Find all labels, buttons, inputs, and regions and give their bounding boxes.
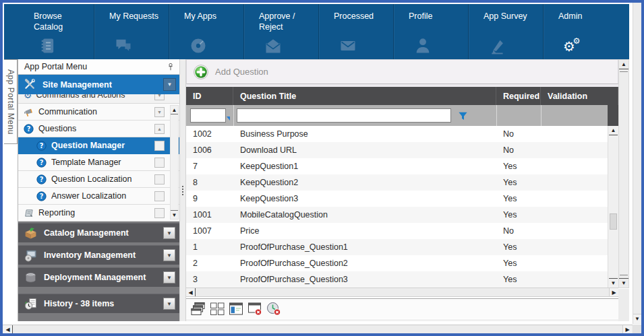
sidebar-item-question-localization[interactable]: Question Localization: [18, 171, 179, 188]
group-expand-button[interactable]: ▼: [163, 249, 175, 261]
close-window-icon[interactable]: [246, 301, 264, 317]
nav-item-admin[interactable]: Admin: [543, 4, 618, 59]
sidebar-group-catalog-management[interactable]: Catalog Management ▼: [18, 223, 179, 242]
app-portal-window: Browse Catalog My Requests My Apps Appro…: [0, 0, 644, 336]
group-expand-button[interactable]: ▼: [163, 298, 175, 310]
sidebar-item-communication[interactable]: Communication ▼: [18, 104, 179, 121]
tree-item-expander-button[interactable]: [154, 208, 165, 218]
page-scroll-down-button[interactable]: ▼: [633, 314, 641, 323]
column-header-required[interactable]: Required: [496, 87, 541, 105]
nav-item-profile[interactable]: Profile: [393, 4, 468, 59]
tree-scrollbar[interactable]: ▲ ▼: [170, 105, 179, 220]
nav-item-processed[interactable]: Processed: [318, 4, 393, 59]
cell-required: Yes: [496, 207, 541, 223]
title-filter-input[interactable]: [237, 108, 451, 123]
grid-row[interactable]: 1 ProofOfPurchase_Question1 Yes: [186, 239, 608, 255]
grid-row[interactable]: 7 KeepQuestion1 Yes: [186, 158, 608, 174]
nav-item-my-requests[interactable]: My Requests: [94, 4, 169, 59]
page-scroll-left-button[interactable]: ◀: [3, 325, 13, 333]
pin-icon[interactable]: [166, 62, 175, 71]
sidebar-group-deployment-management[interactable]: Deployment Management ▼: [18, 267, 179, 287]
content-scroll-up-button[interactable]: ▲: [619, 60, 628, 69]
column-header-title[interactable]: Question Title: [233, 87, 496, 105]
tree-item-expander-button[interactable]: ▼: [154, 107, 165, 117]
sidebar-group-inventory-management[interactable]: Inventory Management ▼: [18, 245, 179, 265]
page-scroll-right-button[interactable]: ▶: [622, 325, 632, 333]
group-expand-button[interactable]: ▼: [163, 227, 175, 239]
nav-item-label: Browse Catalog: [19, 4, 94, 33]
grid-row[interactable]: 9 KeepQuestion3 Yes: [186, 191, 608, 207]
nav-item-my-apps[interactable]: My Apps: [169, 4, 243, 59]
site-management-collapse-button[interactable]: ▼: [163, 78, 176, 91]
grid-scroll-left-button[interactable]: ◀: [186, 288, 196, 296]
grid-row[interactable]: 8 KeepQuestion2 Yes: [186, 174, 608, 191]
grid-vertical-scrollbar[interactable]: ▲ ▼: [608, 126, 618, 288]
nav-item-label: Approve / Reject: [244, 4, 318, 33]
group-expand-button[interactable]: ▼: [163, 271, 175, 283]
id-filter-input[interactable]: [190, 108, 226, 123]
question-icon: [36, 141, 47, 151]
nav-item-browse-catalog[interactable]: Browse Catalog: [19, 4, 94, 59]
tree-scroll-down-button[interactable]: ▼: [171, 210, 178, 219]
filter-menu-arrow-icon[interactable]: [227, 116, 230, 121]
sidebar-item-template-manager[interactable]: Template Manager: [18, 154, 179, 171]
window-toolbar: [186, 298, 618, 318]
commands-expander-button[interactable]: ▼: [154, 94, 165, 100]
grid-row[interactable]: 1001 MobileCatalogQuestion Yes: [186, 207, 608, 223]
sidebar-group-history-38-items[interactable]: History - 38 items ▼: [18, 294, 179, 313]
cell-title: MobileCatalogQuestion: [233, 207, 496, 223]
sidebar-header: App Portal Menu: [18, 59, 179, 75]
cell-id: 2: [186, 255, 233, 271]
grid-row[interactable]: 2 ProofOfPurchase_Question2 Yes: [186, 255, 608, 271]
column-header-id[interactable]: ID: [186, 87, 233, 105]
content-scroll-thumb[interactable]: [620, 71, 628, 275]
tree-item-expander-button[interactable]: [154, 174, 165, 184]
add-question-button[interactable]: Add Question: [194, 65, 268, 79]
sidebar-splitter[interactable]: [179, 59, 186, 321]
sidebar-item-commands-and-actions-clipped[interactable]: ⚙ Commands and Actions ▼: [18, 94, 179, 104]
tree-scroll-up-button[interactable]: ▲: [171, 106, 178, 114]
tree-item-expander-button[interactable]: ▲: [154, 124, 165, 134]
nav-item-app-survey[interactable]: App Survey: [468, 4, 543, 59]
filter-cell-id: [186, 105, 233, 126]
grid-row[interactable]: 1002 Business Purpose No: [186, 126, 608, 142]
deployment-icon: [24, 271, 38, 285]
page-vertical-scrollbar[interactable]: ▼: [633, 3, 641, 324]
sidebar-item-site-management[interactable]: Site Management ▼: [18, 75, 179, 94]
filter-cell-title: [233, 105, 496, 126]
grid-scroll-thumb[interactable]: [610, 213, 617, 230]
history-icon: [24, 297, 38, 311]
sidebar-item-reporting[interactable]: Reporting: [18, 205, 179, 222]
sidebar-item-questions[interactable]: Questions ▲: [18, 121, 179, 137]
tree-item-expander-button[interactable]: [154, 141, 165, 151]
grid-row[interactable]: 1006 Download URL No: [186, 142, 608, 158]
app-portal-menu-tab[interactable]: App Portal Menu: [4, 59, 18, 144]
nav-item-approve-reject[interactable]: Approve / Reject: [243, 4, 318, 59]
column-header-validation[interactable]: Validation: [541, 87, 618, 105]
tile-windows-icon[interactable]: [208, 301, 226, 317]
tree-item-label: Reporting: [38, 208, 154, 217]
funnel-icon[interactable]: [458, 110, 468, 121]
clear-history-icon[interactable]: [265, 301, 283, 317]
cell-id: 1: [186, 239, 233, 255]
grid-row[interactable]: 1007 Price No: [186, 223, 608, 239]
cascade-windows-icon[interactable]: [189, 301, 207, 317]
grid-scroll-up-button[interactable]: ▲: [609, 126, 618, 135]
content-vertical-scrollbar[interactable]: ▲ ▼: [618, 59, 629, 288]
cell-title: ProofOfPurchase_Question3: [233, 271, 496, 288]
window-panel-icon[interactable]: [227, 301, 245, 317]
content-scroll-down-button[interactable]: ▼: [619, 278, 628, 288]
sidebar-item-answer-localization[interactable]: Answer Localization: [18, 188, 179, 205]
grid-horizontal-scrollbar[interactable]: ◀ ▶: [186, 288, 618, 297]
grid-scroll-right-button[interactable]: ▶: [609, 288, 618, 296]
tree-item-expander-button[interactable]: [154, 158, 165, 168]
content-scroll-corner: [618, 289, 629, 321]
tree-item-expander-button[interactable]: [154, 191, 165, 201]
grid-scroll-down-button[interactable]: ▼: [609, 278, 618, 288]
page-horizontal-scrollbar[interactable]: ◀ ▶: [3, 325, 633, 333]
sidebar: App Portal Menu Site Management ▼ ⚙ Comm…: [18, 59, 179, 321]
grid-row[interactable]: 3 ProofOfPurchase_Question3 Yes: [186, 271, 608, 288]
sidebar-item-question-manager[interactable]: Question Manager: [18, 137, 179, 154]
cell-title: Download URL: [233, 142, 496, 158]
question-icon: [36, 158, 47, 168]
